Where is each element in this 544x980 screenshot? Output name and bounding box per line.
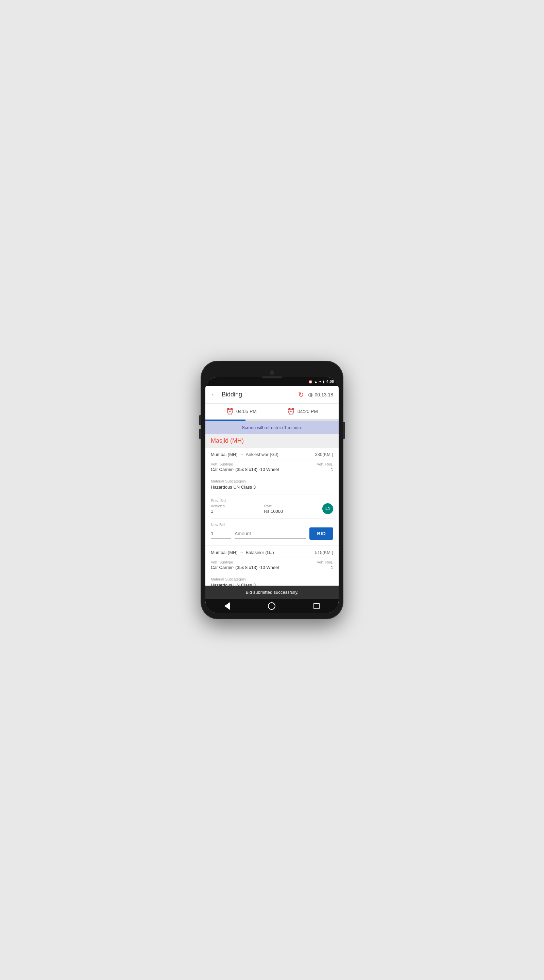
home-nav-button[interactable] [268,602,275,610]
phone-speaker [262,376,282,379]
start-time-label: 04:05 PM [236,409,257,414]
back-button[interactable]: ← [211,391,217,398]
timer-value: 00:13:18 [315,392,333,398]
to-city-2: Balasinor (GJ) [246,550,274,555]
volume-down-button[interactable] [199,429,201,439]
signal-icon: ▲ [314,380,317,383]
volume-up-button[interactable] [199,415,201,425]
refresh-icon[interactable]: ↻ [298,391,304,399]
route-text-2: Mumbai (MH) → Balasinor (GJ) [211,550,274,555]
material-value-2: Hazardous UN Class 3 [211,582,256,585]
status-icons: ⏰ ▲ ▾ ▮ 4:06 [308,379,334,383]
veh-subtype-label-1: Veh. Subtype [211,462,279,466]
section-header: Masjid (MH) [205,434,339,448]
bid-button[interactable]: BID [309,527,333,540]
veh-req-value-2: 1 [317,565,333,570]
toast-message: Bid submitted successfully. [205,585,339,599]
page-title: Bidding [222,391,298,398]
veh-req-col: Veh. Req. 1 [317,462,333,472]
material-value-1: Hazardous UN Class 3 [211,485,256,490]
start-time-item: ⏰ 04:05 PM [226,408,257,415]
route-arrow-2: → [240,550,244,555]
status-time: 4:06 [327,379,334,383]
from-city-2: Mumbai (MH) [211,550,238,555]
alarm-icon: ⏰ [308,380,312,383]
rate-value: Rs.10000 [264,509,283,514]
vehicles-input[interactable] [211,529,231,539]
phone-camera [270,370,274,375]
from-city-1: Mumbai (MH) [211,452,238,457]
app-bar: ← Bidding ↻ ◑ 00:13:18 [205,386,339,404]
veh-subtype-value-1: Car Carrier- (35x 8 x13) -10 Wheel [211,467,279,472]
timer-display: ◑ 00:13:18 [308,391,333,398]
vehicles-label: Vehicles [211,504,225,508]
vehicles-value: 1 [211,509,225,514]
veh-req-col-2: Veh. Req. 1 [317,560,333,570]
prev-bid-section: Prev. Bid Vehicles 1 Rate Rs.10000 L1 [205,495,339,518]
route-row-1: Mumbai (MH) → Ankleshwar (GJ) 330(KM.) [205,448,339,459]
time-row: ⏰ 04:05 PM ⏰ 04:20 PM [205,404,339,420]
rate-col: Rate Rs.10000 [264,504,283,514]
end-time-item: ⏰ 04:20 PM [287,408,318,415]
veh-subtype-row-2: Veh. Subtype Car Carrier- (35x 8 x13) -1… [205,557,339,573]
veh-req-label-2: Veh. Req. [317,560,333,564]
veh-subtype-value-2: Car Carrier- (35x 8 x13) -10 Wheel [211,565,279,570]
screen-content[interactable]: Masjid (MH) Mumbai (MH) → Ankleshwar (GJ… [205,434,339,585]
power-button[interactable] [343,422,345,439]
timer-icon: ◑ [308,391,313,398]
phone-device: ⏰ ▲ ▾ ▮ 4:06 ← Bidding ↻ ◑ 00:13:18 ⏰ 04… [201,361,343,619]
wifi-icon: ▾ [319,380,321,383]
veh-req-value-1: 1 [317,467,333,472]
material-row-2: Material Subcategory Hazardous UN Class … [205,573,339,585]
battery-icon: ▮ [323,380,325,383]
section-title: Masjid (MH) [211,437,244,444]
start-time-icon: ⏰ [226,408,233,415]
veh-subtype-row-1: Veh. Subtype Car Carrier- (35x 8 x13) -1… [205,460,339,475]
new-bid-label: New Bid [211,523,225,527]
material-row-1: Material Subcategory Hazardous UN Class … [205,475,339,494]
rate-label: Rate [264,504,283,508]
refresh-notice: Screen will refresh in 1 minute. [205,421,339,434]
veh-subtype-col: Veh. Subtype Car Carrier- (35x 8 x13) -1… [211,462,279,472]
new-bid-row: BID [211,527,333,540]
l1-badge: L1 [322,503,333,514]
material-label-1: Material Subcategory [211,479,246,483]
veh-subtype-label-2: Veh. Subtype [211,560,279,564]
bid-card-2: Mumbai (MH) → Balasinor (GJ) 515(KM.) Ve… [205,546,339,585]
route-text-1: Mumbai (MH) → Ankleshwar (GJ) [211,452,278,457]
to-city-1: Ankleshwar (GJ) [246,452,278,457]
route-arrow-1: → [240,452,244,457]
back-nav-button[interactable] [224,602,230,610]
toast-text: Bid submitted successfully. [246,590,298,595]
nav-bar [205,599,339,613]
distance-1: 330(KM.) [315,452,333,457]
veh-subtype-col-2: Veh. Subtype Car Carrier- (35x 8 x13) -1… [211,560,279,570]
refresh-notice-text: Screen will refresh in 1 minute. [242,425,302,430]
veh-req-label-1: Veh. Req. [317,462,333,466]
amount-input[interactable] [235,529,306,539]
vehicles-col: Vehicles 1 [211,504,225,514]
route-row-2: Mumbai (MH) → Balasinor (GJ) 515(KM.) [205,546,339,557]
phone-screen: ⏰ ▲ ▾ ▮ 4:06 ← Bidding ↻ ◑ 00:13:18 ⏰ 04… [205,377,339,613]
prev-bid-row: Vehicles 1 Rate Rs.10000 L1 [211,503,333,518]
new-bid-section: New Bid BID [205,519,339,545]
end-time-label: 04:20 PM [298,409,318,414]
prev-bid-label: Prev. Bid [211,498,226,503]
recent-nav-button[interactable] [314,603,320,609]
end-time-icon: ⏰ [287,408,295,415]
material-label-2: Material Subcategory [211,577,246,581]
distance-2: 515(KM.) [315,550,333,555]
bid-card-1: Mumbai (MH) → Ankleshwar (GJ) 330(KM.) V… [205,448,339,545]
